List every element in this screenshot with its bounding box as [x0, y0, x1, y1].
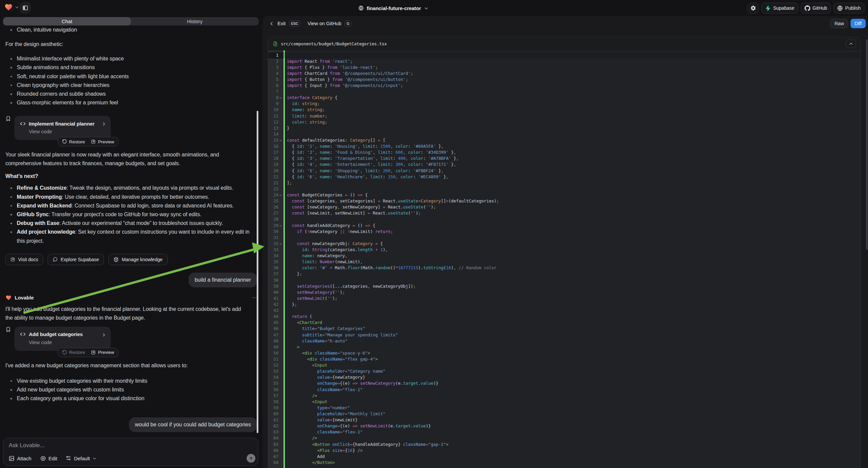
attach-button[interactable]: Attach [9, 456, 32, 461]
code-text: placeholder="Monthly limit" [283, 411, 861, 417]
diff-toggle-button[interactable]: Diff [850, 19, 866, 28]
whats-next-heading: What's next? [5, 172, 250, 181]
fold-chevron-icon[interactable] [279, 242, 282, 245]
code-text: interface Category { [283, 95, 861, 101]
fold-chevron-icon[interactable] [279, 96, 282, 99]
project-selector[interactable]: financial-future-creator [358, 0, 429, 16]
code-line: 14 [268, 131, 861, 137]
line-number: 36 [268, 265, 283, 271]
line-number: 4 [268, 70, 283, 77]
code-line: 19 { id: '4', name: 'Entertainment', lim… [268, 162, 861, 168]
code-line: 56 className="flex-1" [268, 387, 861, 393]
list-item: Expand with Backend: Connect Supabase to… [5, 201, 250, 210]
version-card[interactable]: Add budget categoriesView codeRestorePre… [14, 327, 111, 351]
code-text [283, 235, 861, 241]
line-number: 38 [268, 277, 283, 283]
line-number: 65 [268, 441, 283, 447]
external-link-icon [91, 139, 96, 144]
line-number: 53 [268, 368, 283, 374]
view-code-link[interactable]: View code [29, 128, 105, 134]
quick-links: Visit docsExplore SupabaseManage knowled… [5, 254, 257, 265]
code-line: 29 const handleAddCategory = () => { [268, 223, 861, 229]
line-number: 49 [268, 344, 283, 350]
esc-key-badge: ESC [289, 21, 300, 27]
settings-button[interactable] [748, 3, 758, 13]
budget-categories-summary: I've added a new budget categories manag… [5, 361, 250, 370]
code-text: onChange={(e) => setNewLimit(e.target.va… [283, 423, 861, 429]
restore-button[interactable]: Restore [62, 139, 85, 144]
g-key-badge: G [345, 21, 351, 27]
budget-categories-list: View existing budget categories with the… [5, 377, 250, 403]
list-item: Clean typography with clear hierarchies [5, 81, 250, 90]
version-card-toolbar: RestorePreview [58, 348, 118, 357]
message-menu-icon[interactable] [252, 295, 257, 300]
supabase-button[interactable]: Supabase [761, 3, 798, 13]
code-line: 43 [268, 308, 861, 314]
code-scrollbar[interactable] [866, 39, 868, 250]
line-number: 39 [268, 283, 283, 289]
view-code-link[interactable]: View code [29, 340, 105, 345]
lovable-logo-icon[interactable] [4, 3, 13, 11]
code-viewer-header: Exit ESC View on GitHub G Raw Diff [262, 16, 868, 31]
code-text: if (!newCategory || !newLimit) return; [283, 229, 861, 235]
file-card: src/components/budget/BudgetCategories.t… [268, 37, 861, 468]
preview-button[interactable]: Preview [91, 139, 114, 144]
publish-button[interactable]: Publish [833, 3, 864, 13]
fold-chevron-icon[interactable] [279, 139, 282, 142]
composer-input[interactable]: Ask Lovable... [9, 442, 253, 449]
line-number: 35 [268, 259, 283, 265]
design-aesthetic-intro: For the design aesthetic: [5, 40, 250, 49]
code-text: value={newCategory} [283, 374, 861, 380]
file-header[interactable]: src/components/budget/BudgetCategories.t… [268, 37, 861, 50]
logo-chevron-down-icon[interactable] [15, 5, 19, 9]
visit-docs-button[interactable]: Visit docs [5, 254, 43, 265]
version-card[interactable]: Implement financial plannerView codeRest… [14, 116, 111, 140]
version-card-add-budget-categories: Add budget categoriesView codeRestorePre… [5, 327, 257, 351]
list-item: Subtle animations and transitions [5, 63, 250, 72]
top-bar: financial-future-creator Supabase GitHub… [0, 0, 868, 16]
code-text: id: String(categories.length + 1), [283, 247, 861, 253]
github-button[interactable]: GitHub [801, 3, 831, 13]
line-number: 30 [268, 229, 283, 235]
code-viewer-panel: Exit ESC View on GitHub G Raw Diff src/c… [262, 16, 868, 468]
list-item: Add new budget categories with custom li… [5, 385, 250, 394]
exit-button[interactable]: Exit ESC [269, 21, 300, 27]
code-text: className="flex-1" [283, 429, 861, 435]
code-text: <ChartCard [283, 320, 861, 326]
fold-chevron-icon[interactable] [279, 194, 282, 197]
restore-button[interactable]: Restore [62, 350, 85, 355]
line-number: 51 [268, 356, 283, 362]
code-text [283, 216, 861, 222]
line-number: 63 [268, 429, 283, 435]
list-item: Master Prompting: Use clear, detailed, a… [5, 193, 250, 201]
raw-toggle-button[interactable]: Raw [830, 19, 848, 28]
code-text: { id: '6', name: 'Healthcare', limit: 15… [283, 174, 861, 180]
code-line: 60 placeholder="Monthly limit" [268, 411, 861, 417]
tab-history[interactable]: History [131, 17, 259, 26]
chat-composer[interactable]: Ask Lovable... Attach Edit Default [3, 438, 258, 466]
code-line: 49 > [268, 344, 861, 350]
mode-select[interactable]: Default [66, 456, 96, 461]
edit-button[interactable]: Edit [40, 456, 57, 461]
code-line: 26 const [newCategory, setNewCategory] =… [268, 204, 861, 210]
line-number: 20 [268, 168, 283, 174]
preview-button[interactable]: Preview [91, 350, 114, 355]
code-text: { id: '2', name: 'Food & Dining', limit:… [283, 149, 861, 155]
tab-chat[interactable]: Chat [3, 17, 131, 26]
line-number: 37 [268, 271, 283, 277]
code-editor[interactable]: 12import React from 'react';3import { Pl… [268, 50, 861, 468]
view-on-github-button[interactable]: View on GitHub G [308, 21, 352, 27]
line-number: 28 [268, 216, 283, 222]
line-number: 58 [268, 399, 283, 405]
manage-knowledge-button[interactable]: Manage knowledge [108, 254, 167, 265]
chat-scrollbar[interactable] [257, 111, 258, 433]
version-card-implement-financial-planner: Implement financial plannerView codeRest… [5, 116, 257, 140]
code-text: /> [283, 393, 861, 399]
collapse-file-button[interactable] [846, 39, 856, 48]
fold-chevron-icon[interactable] [279, 224, 282, 227]
line-number: 2 [268, 58, 283, 64]
explore-supabase-button[interactable]: Explore Supabase [48, 254, 104, 265]
sidebar-toggle-button[interactable] [20, 3, 31, 13]
code-line: 68 </Button> [268, 460, 861, 466]
send-button[interactable] [247, 454, 255, 463]
